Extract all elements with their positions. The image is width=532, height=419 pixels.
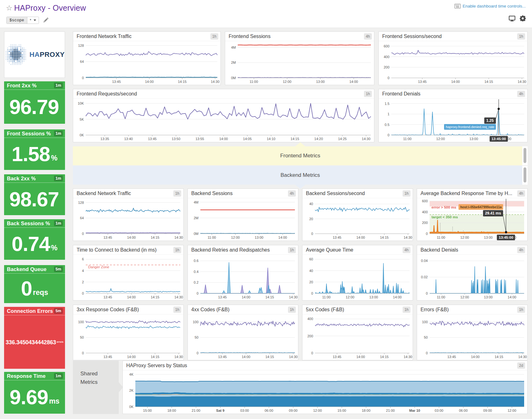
svg-text:14:20: 14:20 (314, 137, 323, 141)
chart-plot-area[interactable]: 06412813:4514:0014:1514:30 (73, 199, 183, 241)
edit-pencil-icon[interactable] (43, 17, 49, 23)
chart-backend-denials[interactable]: Backend Denials4h 00.020.0411:0012:0013:… (417, 245, 528, 301)
chart-title: Errors (F&B) (421, 307, 449, 312)
chart-avg-backend-response-time[interactable]: Average Backend Response Time by H...4h … (417, 188, 528, 241)
tile-title: Back 2xx % (7, 176, 36, 181)
timeframe-badge[interactable]: 1h (288, 307, 296, 313)
tile-backend-queue[interactable]: Backend Queue5m 0reqs (4, 265, 65, 303)
chart-frontend-network-traffic[interactable]: Frontend Network Traffic1h 06412813:4514… (73, 31, 221, 85)
chart-errors[interactable]: Errors (F&B)1h 05010013:4514:0014:1514:3… (417, 305, 528, 360)
svg-text:14:15: 14:15 (380, 355, 389, 359)
chart-title: Frontend Requests/second (77, 91, 137, 96)
timeframe-badge[interactable]: 4h (288, 190, 296, 197)
svg-text:50: 50 (80, 335, 84, 339)
timeframe-badge[interactable]: 1h (517, 307, 525, 313)
svg-text:03:00: 03:00 (240, 409, 249, 412)
timeframe-badge[interactable]: 1h (403, 190, 410, 197)
svg-text:14:15: 14:15 (484, 80, 493, 84)
chart-plot-area[interactable]: 00.20.40.613:4514:0014:1514:30 (188, 255, 298, 300)
svg-text:200: 200 (384, 65, 389, 69)
chart-backend-retries-redispatches[interactable]: Backend Retries and Redispatches1h 00.20… (187, 245, 298, 301)
note-scrollbar[interactable] (522, 146, 528, 165)
chart-plot-area[interactable]: 020040013:4514:0014:1514:30 (302, 315, 413, 360)
chart-frontend-sessions-per-second[interactable]: Frontend Sessions/second1h 020040060013:… (378, 31, 528, 85)
chart-backend-sessions[interactable]: Backend Sessions4h 0M2M4M11:0012:0013:00… (187, 188, 298, 241)
tile-response-time[interactable]: Response Time1m 9.69ms (4, 372, 65, 414)
svg-text:0.4: 0.4 (194, 270, 198, 274)
svg-text:0M: 0M (194, 232, 198, 236)
tile-front-sessions-pct[interactable]: Front Sessions %1m 1.58% (4, 129, 65, 170)
chart-header: Frontend Requests/second1h (73, 89, 374, 99)
chart-plot-area[interactable]: 00.020.0411:0012:0013:0014:00 (417, 255, 527, 300)
timeframe-badge[interactable]: 1h (173, 247, 181, 253)
chart-plot-area[interactable]: 0200400600error > 500 mstarget < 350 ms1… (417, 199, 527, 241)
chart-plot-area[interactable]: 0K2K4K15:0018:0021:00Sat 903:0006:0009:0… (123, 371, 527, 414)
tile-front-2xx-pct[interactable]: Front 2xx %1m 96.79 (4, 81, 65, 124)
chart-plot-area[interactable]: 06412813:4514:0014:1514:30 (73, 41, 220, 85)
svg-text:Mar 10: Mar 10 (409, 409, 420, 412)
timeframe-badge[interactable]: 4h (517, 190, 525, 197)
chart-plot-area[interactable]: 05010013:4514:0014:1514:30 (417, 315, 527, 360)
svg-text:0: 0 (426, 291, 428, 295)
svg-text:14:10: 14:10 (267, 137, 275, 141)
tile-connection-errors[interactable]: Connection Errors5m 336.3450434442863err… (4, 307, 65, 369)
hover-metric-badge: haproxy.frontend.denied.req_rate (444, 124, 496, 130)
timeframe-badge[interactable]: 4h (364, 33, 372, 40)
tile-value: 98.67 (9, 189, 59, 210)
chart-haproxy-servers-by-status[interactable]: HAProxy Servers by Status2d 0K2K4K15:001… (122, 361, 528, 414)
chart-plot-area[interactable]: 0M2M4M11:0012:0013:0014:00 (225, 41, 374, 85)
note-scrollbar[interactable] (522, 166, 528, 185)
timeframe-badge[interactable]: 1h (173, 190, 181, 197)
timeframe-badge[interactable]: 1h (403, 307, 410, 313)
chart-plot-area[interactable]: 05010013:4514:0014:1514:30 (188, 315, 298, 360)
timeframe-badge[interactable]: 4h (517, 91, 525, 97)
chart-backend-sessions-per-second[interactable]: Backend Sessions/second1h 0204013:4514:0… (302, 188, 413, 241)
chart-5xx-codes[interactable]: 5xx Codes (F&B)1h 020040013:4514:0014:15… (302, 305, 413, 360)
timeframe-badge[interactable]: 1h (364, 91, 372, 97)
scrollbar-thumb[interactable] (524, 148, 526, 163)
dashboard-title[interactable]: HAProxy - Overview (14, 3, 86, 13)
svg-text:40: 40 (309, 202, 313, 206)
scrollbar-thumb[interactable] (524, 167, 526, 182)
svg-text:14:00: 14:00 (356, 355, 365, 359)
svg-text:11:00: 11:00 (437, 295, 445, 299)
chart-backend-network-traffic[interactable]: Backend Network Traffic1h 06412813:4514:… (73, 188, 184, 241)
tile-back-sessions-pct[interactable]: Back Sessions %1m 0.74% (4, 219, 65, 260)
chart-frontend-sessions[interactable]: Frontend Sessions4h 0M2M4M11:0012:0013:0… (225, 31, 374, 85)
timeframe-badge[interactable]: 1h (288, 247, 296, 253)
chart-plot-area[interactable]: 0K5K10K13:3513:4013:4513:5013:5514:0014:… (73, 99, 374, 142)
timeframe-badge[interactable]: 4h (403, 247, 410, 253)
svg-text:4M: 4M (194, 200, 198, 204)
enable-time-controls-link[interactable]: Enable dashboard time controls... (454, 4, 526, 8)
chart-plot-area[interactable]: 0246Danger Zone13:4514:0014:1514:30 (73, 255, 183, 300)
chart-plot-area[interactable]: 0M2M4M11:0012:0013:0014:00 (188, 199, 298, 241)
chart-plot-area[interactable]: 00.511.511:0012:0013:0014:001.25haproxy.… (379, 99, 527, 142)
timeframe-badge[interactable]: 1h (517, 33, 525, 40)
chart-header: Time to Connect to Backend (in ms)1h (73, 245, 183, 255)
svg-text:14:30: 14:30 (174, 295, 183, 299)
timeframe-badge[interactable]: 4h (517, 247, 525, 253)
chart-3xx-response-codes[interactable]: 3xx Response Codes (F&B)1h 05010013:4514… (73, 305, 184, 360)
favorite-star-icon[interactable]: ☆ (6, 4, 13, 12)
chart-average-queue-time[interactable]: Average Queue Time4h 020406011:0012:0013… (302, 245, 413, 301)
timeframe-badge[interactable]: 1h (210, 33, 218, 40)
chart-frontend-denials[interactable]: Frontend Denials4h 00.511.511:0012:0013:… (378, 89, 528, 142)
timeframe-badge[interactable]: 1h (173, 307, 181, 313)
scope-variable-value[interactable]: * (27, 17, 39, 24)
template-variable-scope[interactable]: $scope * (6, 17, 39, 24)
chart-plot-area[interactable]: 020406011:0012:0013:0014:00 (302, 255, 413, 300)
tile-value: 96.79 (9, 97, 59, 117)
svg-text:12:00: 12:00 (436, 137, 445, 141)
tile-back-2xx-pct[interactable]: Back 2xx %1m 98.67 (4, 174, 65, 215)
chart-4xx-codes[interactable]: 4xx Codes (F&B)1h 05010013:4514:0014:151… (187, 305, 298, 360)
chart-plot-area[interactable]: 020040060013:4514:0014:1514:30 (379, 41, 527, 85)
chart-frontend-requests-per-second[interactable]: Frontend Requests/second1h 0K5K10K13:351… (73, 89, 374, 142)
chart-plot-area[interactable]: 0204013:4514:0014:1514:30 (302, 199, 413, 241)
chart-time-to-connect-backend[interactable]: Time to Connect to Backend (in ms)1h 024… (73, 245, 184, 301)
settings-gear-icon[interactable] (520, 15, 526, 21)
svg-text:0: 0 (426, 351, 428, 355)
chart-plot-area[interactable]: 05010013:4514:0014:1514:30 (73, 315, 183, 360)
timeframe-badge[interactable]: 2d (517, 362, 525, 369)
svg-text:14:00: 14:00 (393, 295, 402, 299)
presentation-screen-icon[interactable] (509, 16, 515, 21)
